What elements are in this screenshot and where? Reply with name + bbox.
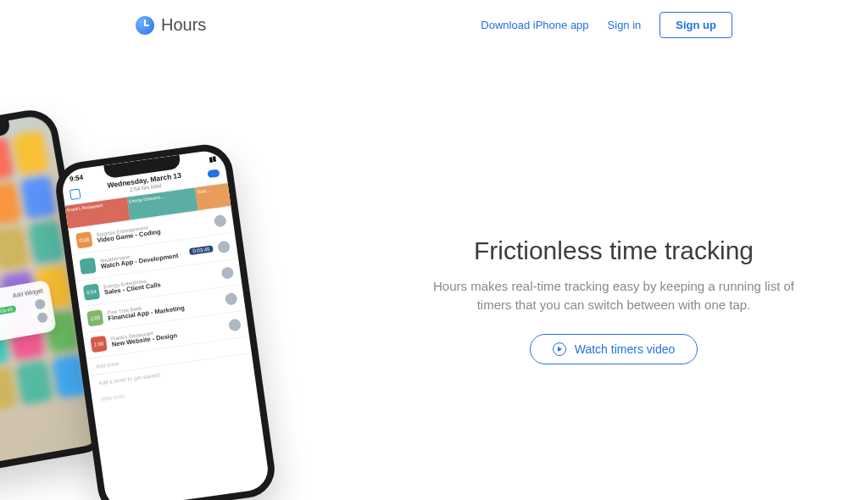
status-icons: ▮▮ (209, 155, 216, 164)
top-nav: Download iPhone app Sign in Sign up (481, 12, 732, 38)
sign-up-button[interactable]: Sign up (659, 12, 732, 38)
hours-clock-icon (136, 16, 154, 35)
play-icon (34, 298, 46, 310)
duration-chip: 0:08 (75, 231, 92, 248)
sign-in-link[interactable]: Sign in (608, 19, 642, 31)
play-icon (217, 241, 231, 254)
timer-info: WeathervaneWatch App - Development (99, 247, 185, 271)
brand-logo[interactable]: Hours (136, 15, 206, 35)
duration-chip: 0:54 (83, 284, 100, 301)
play-icon (221, 266, 235, 280)
play-icon (228, 319, 242, 332)
duration-chip: 1:00 (90, 336, 107, 353)
hero-section: HOURS Add Widget gy Enterprises - Sales … (0, 50, 868, 499)
brand-name: Hours (161, 15, 206, 35)
hero-subtext: Hours makes real-time tracking easy by k… (427, 277, 800, 315)
site-header: Hours Download iPhone app Sign in Sign u… (0, 0, 868, 50)
play-icon (553, 342, 566, 356)
download-app-link[interactable]: Download iPhone app (481, 19, 588, 31)
active-badge: 0:03:45 (189, 245, 214, 255)
watch-video-label: Watch timers video (575, 342, 676, 356)
duration-chip (80, 258, 97, 275)
calendar-icon (70, 188, 81, 200)
duration-chip: 1:00 (86, 309, 103, 326)
watch-video-button[interactable]: Watch timers video (530, 334, 698, 364)
hero-copy: Frictionless time tracking Hours makes r… (427, 236, 800, 364)
play-icon (225, 292, 238, 306)
status-time: 9:54 (70, 174, 84, 183)
hero-heading: Frictionless time tracking (427, 236, 800, 265)
play-icon (214, 214, 227, 228)
phone-mockups: HOURS Add Widget gy Enterprises - Sales … (0, 109, 322, 500)
play-icon (36, 312, 48, 324)
